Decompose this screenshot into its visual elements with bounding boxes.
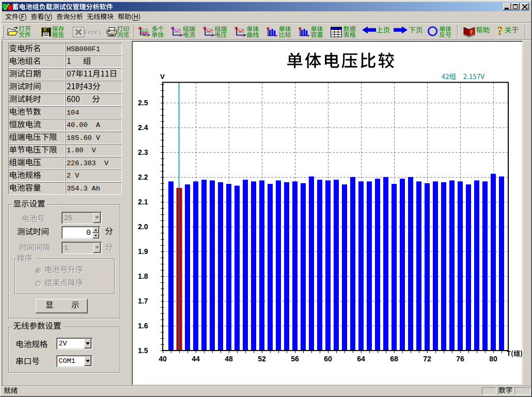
svg-text:t: t	[147, 34, 148, 37]
svg-text:1.7: 1.7	[138, 297, 148, 305]
svg-text:t: t	[276, 34, 277, 37]
svg-text:U: U	[203, 26, 206, 30]
svg-text:2.2: 2.2	[138, 173, 148, 181]
svg-text:1.5: 1.5	[138, 346, 148, 355]
svg-text:2.0: 2.0	[138, 223, 148, 231]
svg-text:68: 68	[390, 355, 398, 363]
svg-text:52: 52	[258, 355, 266, 363]
svg-text:80: 80	[489, 355, 497, 363]
svg-text:t: t	[243, 34, 244, 37]
svg-text:?: ?	[498, 25, 504, 37]
svg-text:56: 56	[291, 355, 299, 363]
svg-text:t: t	[211, 34, 212, 37]
svg-text:U: U	[299, 26, 302, 31]
svg-text:60: 60	[324, 355, 332, 363]
svg-text:2.5: 2.5	[138, 99, 148, 107]
svg-text:2.1: 2.1	[138, 198, 148, 206]
svg-text:1.8: 1.8	[138, 272, 148, 280]
svg-text:t: t	[308, 34, 309, 37]
svg-text:64: 64	[357, 355, 365, 363]
svg-text:72: 72	[423, 355, 431, 363]
svg-text:U: U	[234, 26, 238, 30]
svg-text:?: ?	[470, 29, 473, 35]
svg-text:U: U	[138, 26, 142, 30]
svg-text:2.3: 2.3	[138, 148, 148, 156]
svg-text:40: 40	[159, 355, 167, 363]
svg-text:t: t	[179, 34, 180, 37]
svg-text:I: I	[171, 26, 172, 30]
svg-text:1.9: 1.9	[138, 247, 148, 256]
svg-text:48: 48	[225, 355, 233, 363]
svg-text:76: 76	[456, 355, 464, 363]
svg-text:1.6: 1.6	[138, 322, 148, 330]
svg-text:V: V	[160, 73, 165, 81]
svg-text:U: U	[267, 26, 270, 31]
svg-text:44: 44	[192, 355, 200, 363]
svg-text:2.4: 2.4	[138, 123, 148, 132]
